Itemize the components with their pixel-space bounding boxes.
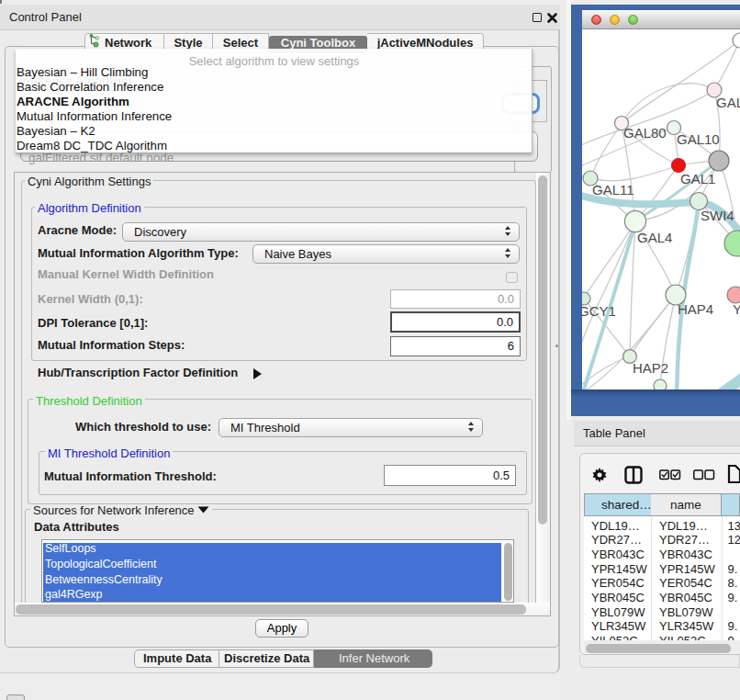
svg-text:Y: Y [733, 301, 740, 317]
svg-text:GAL10: GAL10 [677, 131, 720, 147]
svg-text:GCY1: GCY1 [582, 303, 616, 319]
svg-text:GAL4: GAL4 [637, 230, 672, 245]
svg-text:GAL1: GAL1 [680, 171, 715, 186]
svg-text:GAL80: GAL80 [623, 125, 667, 141]
svg-text:GAL11: GAL11 [592, 182, 634, 198]
svg-text:HAP2: HAP2 [633, 360, 668, 376]
svg-text:HAP4: HAP4 [678, 301, 713, 317]
svg-text:SWI4: SWI4 [701, 208, 734, 223]
svg-text:GAL2: GAL2 [716, 95, 740, 110]
